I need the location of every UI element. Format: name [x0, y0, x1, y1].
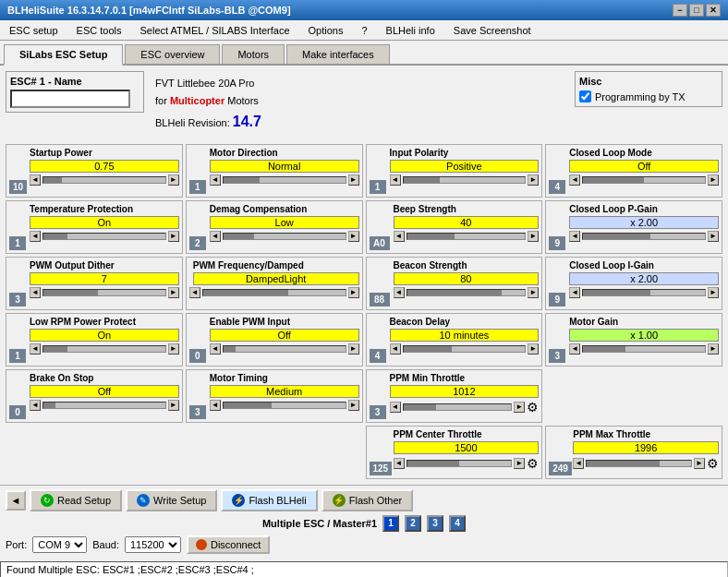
- ctrl-motor-timing-label: Motor Timing: [210, 373, 359, 383]
- ppm-min-throttle-left[interactable]: ◄: [390, 402, 401, 413]
- ctrl-motor-gain: Motor Gain x 1.00 ◄ ► 3: [545, 313, 722, 367]
- closed-loop-mode-left[interactable]: ◄: [569, 174, 580, 186]
- ctrl-beacon-delay: Beacon Delay 10 minutes ◄ ► 4: [366, 313, 543, 367]
- esc-num-1[interactable]: 1: [382, 515, 399, 532]
- beacon-strength-right[interactable]: ►: [528, 287, 539, 298]
- menu-help[interactable]: ?: [356, 23, 372, 38]
- ctrl-beep-strength-num: A0: [370, 236, 390, 250]
- menu-options[interactable]: Options: [303, 23, 349, 38]
- esc-num-4[interactable]: 4: [449, 515, 466, 532]
- esc-num-3[interactable]: 3: [427, 515, 443, 532]
- esc-name-input[interactable]: EMPTY: [10, 90, 130, 108]
- closed-loop-mode-right[interactable]: ►: [708, 174, 719, 186]
- ctrl-cl-pgain: Closed Loop P-Gain x 2.00 ◄ ► 9: [545, 200, 722, 254]
- menu-save-screenshot[interactable]: Save Screenshot: [448, 23, 537, 38]
- demag-comp-right[interactable]: ►: [348, 231, 359, 242]
- bottom-section: ◄ ↻ Read Setup ✎ Write Setup ⚡ Flash BLH…: [0, 485, 728, 561]
- menu-esc-setup[interactable]: ESC setup: [4, 23, 64, 38]
- write-setup-button[interactable]: ✎ Write Setup: [126, 489, 217, 511]
- low-rpm-right[interactable]: ►: [168, 343, 179, 355]
- enable-pwm-left[interactable]: ◄: [210, 343, 221, 355]
- motor-gain-left[interactable]: ◄: [569, 343, 580, 355]
- cl-igain-right[interactable]: ►: [708, 287, 719, 298]
- tab-make-interfaces[interactable]: Make interfaces: [286, 44, 390, 64]
- esc-info-line2: for Multicopter Motors: [155, 92, 261, 110]
- motor-direction-left[interactable]: ◄: [210, 174, 221, 186]
- ctrl-pwm-dither-value: 7: [30, 272, 179, 285]
- ppm-max-throttle-left[interactable]: ◄: [573, 458, 584, 469]
- input-polarity-left[interactable]: ◄: [390, 174, 401, 186]
- ctrl-cl-igain: Closed Loop I-Gain x 2.00 ◄ ► 9: [545, 257, 722, 310]
- ctrl-enable-pwm-num: 0: [189, 349, 206, 363]
- ctrl-pwm-dither-label: PWM Output Dither: [30, 260, 179, 270]
- menu-select-interface[interactable]: Select ATMEL / SILABS Interface: [135, 23, 296, 38]
- beacon-delay-left[interactable]: ◄: [390, 343, 401, 355]
- pwm-freq-right[interactable]: ►: [348, 287, 359, 298]
- pwm-freq-left[interactable]: ◄: [189, 287, 200, 298]
- startup-power-left[interactable]: ◄: [30, 174, 41, 186]
- window-controls: − □ ✕: [673, 4, 721, 17]
- menu-blheli-info[interactable]: BLHeli info: [381, 23, 441, 38]
- ctrl-closed-loop-mode-num: 4: [549, 180, 565, 194]
- ppm-max-throttle-right[interactable]: ►: [694, 458, 705, 469]
- ctrl-ppm-max-throttle-label: PPM Max Throttle: [573, 429, 719, 439]
- ppm-min-throttle-settings-icon[interactable]: ⚙: [527, 400, 539, 415]
- ctrl-ppm-min-throttle: PPM Min Throttle 1012 ◄ ► ⚙ 3: [366, 369, 543, 423]
- pwm-dither-left[interactable]: ◄: [30, 287, 41, 298]
- beep-strength-left[interactable]: ◄: [394, 231, 405, 242]
- brake-on-stop-right[interactable]: ►: [168, 400, 179, 411]
- ppm-center-throttle-settings-icon[interactable]: ⚙: [527, 456, 539, 471]
- ppm-center-throttle-left[interactable]: ◄: [394, 458, 405, 469]
- startup-power-right[interactable]: ►: [168, 174, 179, 186]
- enable-pwm-right[interactable]: ►: [348, 343, 359, 355]
- tab-esc-overview[interactable]: ESC overview: [125, 44, 220, 64]
- close-button[interactable]: ✕: [706, 4, 721, 17]
- brake-on-stop-left[interactable]: ◄: [30, 400, 41, 411]
- ppm-max-throttle-settings-icon[interactable]: ⚙: [707, 456, 719, 471]
- cl-pgain-left[interactable]: ◄: [569, 231, 580, 242]
- ctrl-closed-loop-mode-value: Off: [569, 160, 719, 173]
- tab-motors[interactable]: Motors: [222, 44, 285, 64]
- beacon-strength-left[interactable]: ◄: [394, 287, 405, 298]
- minimize-button[interactable]: −: [673, 4, 687, 17]
- ctrl-beep-strength: Beep Strength 40 ◄ ► A0: [366, 200, 543, 254]
- programming-by-tx-checkbox[interactable]: [579, 90, 591, 102]
- flash-other-button[interactable]: ⚡ Flash Other: [322, 489, 413, 511]
- side-button[interactable]: ◄: [6, 490, 26, 511]
- read-setup-button[interactable]: ↻ Read Setup: [30, 489, 122, 511]
- temp-protection-right[interactable]: ►: [168, 231, 179, 242]
- esc-info-line3: BLHeli Revision: 14.7: [155, 109, 261, 134]
- ctrl-ppm-min-throttle-num: 3: [370, 405, 386, 419]
- temp-protection-left[interactable]: ◄: [30, 231, 41, 242]
- motor-timing-right[interactable]: ►: [348, 400, 359, 411]
- port-select[interactable]: COM 9: [32, 536, 87, 553]
- cl-igain-left[interactable]: ◄: [569, 287, 580, 298]
- ctrl-beep-strength-value: 40: [394, 216, 540, 229]
- cl-pgain-right[interactable]: ►: [708, 231, 719, 242]
- demag-comp-left[interactable]: ◄: [210, 231, 221, 242]
- motor-direction-right[interactable]: ►: [348, 174, 359, 186]
- multi-esc-label: Multiple ESC / Master#1: [262, 518, 377, 529]
- flash-blheli-button[interactable]: ⚡ Flash BLHeli: [221, 489, 317, 511]
- ctrl-pwm-dither: PWM Output Dither 7 ◄ ► 3: [6, 257, 183, 310]
- low-rpm-left[interactable]: ◄: [30, 343, 41, 355]
- ctrl-beacon-strength-num: 88: [370, 293, 390, 307]
- ctrl-beacon-strength-value: 80: [394, 272, 540, 285]
- misc-title: Misc: [579, 76, 718, 87]
- disconnect-button[interactable]: Disconnect: [187, 535, 270, 554]
- beep-strength-right[interactable]: ►: [528, 231, 539, 242]
- input-polarity-right[interactable]: ►: [528, 174, 539, 186]
- baud-select[interactable]: 115200: [125, 536, 181, 553]
- menu-esc-tools[interactable]: ESC tools: [71, 23, 127, 38]
- tab-silabs-esc-setup[interactable]: SiLabs ESC Setup: [4, 44, 123, 66]
- maximize-button[interactable]: □: [689, 4, 704, 17]
- ppm-min-throttle-right[interactable]: ►: [514, 402, 525, 413]
- beacon-delay-right[interactable]: ►: [528, 343, 539, 355]
- esc-num-2[interactable]: 2: [405, 515, 421, 532]
- motor-gain-right[interactable]: ►: [708, 343, 719, 355]
- ppm-center-throttle-right[interactable]: ►: [514, 458, 525, 469]
- motor-timing-left[interactable]: ◄: [210, 400, 221, 411]
- pwm-dither-right[interactable]: ►: [168, 287, 179, 298]
- ctrl-temp-protection-label: Temperature Protection: [30, 204, 179, 214]
- control-grid: Startup Power 0.75 ◄ ► 10 Motor Directio…: [6, 144, 722, 479]
